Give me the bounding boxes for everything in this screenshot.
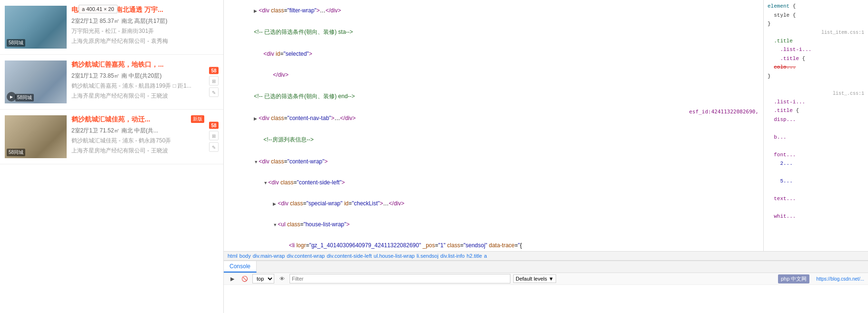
property-title[interactable]: 鹤沙航城汇善嘉苑，地铁口，... bbox=[71, 61, 219, 69]
html-line: <!--房源列表信息--> bbox=[224, 129, 763, 151]
property-item[interactable]: 58同城 新版 鹤沙航城汇城佳苑，动迁... 2室2厅1卫 71.52㎡ 南北 … bbox=[0, 110, 223, 164]
property-thumbnail: ▶ 58同城 bbox=[5, 61, 67, 103]
html-line: <!-- 已选的筛选条件(朝向、装修) sta--> bbox=[224, 21, 763, 43]
console-toolbar: ▶ 🚫 top 👁 Default levels ▼ php 中文网 https… bbox=[224, 273, 868, 285]
property-info: 新版 鹤沙航城汇城佳苑，动迁... 2室2厅1卫 71.52㎡ 南北 中层(共.… bbox=[71, 115, 219, 158]
devtools-main: ▶<div class="filter-wrap">…</div> <!-- 已… bbox=[224, 0, 868, 251]
breadcrumb-item[interactable]: a bbox=[484, 253, 487, 259]
58-badge: 58 bbox=[209, 122, 218, 129]
devtools-panel: ▶<div class="filter-wrap">…</div> <!-- 已… bbox=[224, 0, 868, 313]
console-tab[interactable]: Console bbox=[224, 261, 257, 273]
console-context-select[interactable]: top bbox=[252, 274, 274, 283]
action-icon[interactable]: ⊞ bbox=[209, 76, 219, 86]
property-address: 万宇阳光苑 - 松江 - 新南街301弄 bbox=[71, 27, 219, 35]
bottom-url: https://blog.csdn.net/... bbox=[816, 276, 864, 282]
html-line: <!-- 已选的筛选条件(朝向、装修) end--> bbox=[224, 85, 763, 108]
play-button[interactable]: ▶ bbox=[7, 92, 16, 101]
breadcrumb-item[interactable]: div.main-wrap bbox=[253, 253, 285, 259]
style-line: font... bbox=[764, 151, 868, 160]
style-line bbox=[764, 168, 868, 177]
style-line: colo... bbox=[764, 63, 868, 72]
style-line: } bbox=[764, 72, 868, 81]
php-badge: php 中文网 bbox=[778, 274, 809, 283]
style-line: element { bbox=[764, 2, 868, 11]
property-address: 鹤沙航城汇城佳苑 - 浦东 - 鹤永路750弄 bbox=[71, 137, 219, 145]
style-line: disp... bbox=[764, 115, 868, 124]
console-filter-input[interactable] bbox=[289, 274, 510, 283]
html-line[interactable]: ▼<ul class="house-list-wrap"> bbox=[224, 214, 763, 235]
style-line: .list-i... bbox=[764, 45, 868, 54]
console-area: Console ▶ 🚫 top 👁 Default levels ▼ php 中… bbox=[224, 261, 868, 313]
breadcrumb-item[interactable]: body bbox=[239, 253, 251, 259]
style-line: 5... bbox=[764, 177, 868, 186]
html-line[interactable]: <li logr="gz_1_40140309640979_4241132208… bbox=[224, 235, 763, 251]
property-details: 2室2厅1卫 85.37㎡ 南北 高层(共17层) bbox=[71, 17, 219, 25]
html-line[interactable]: ▶<div class="content-nav-tab">…</div> bbox=[224, 108, 763, 129]
breadcrumb-item[interactable]: div.content-side-left bbox=[327, 253, 372, 259]
thumb-badge: 58同城 bbox=[7, 39, 25, 47]
breadcrumb-item[interactable]: html bbox=[228, 253, 238, 259]
style-line: } bbox=[764, 20, 868, 29]
property-agent: 上海齐星房地产经纪有限公司 - 王晓波 bbox=[71, 92, 219, 100]
breadcrumb-item[interactable]: div.content-wrap bbox=[287, 253, 325, 259]
style-line bbox=[764, 203, 868, 212]
style-line bbox=[764, 124, 868, 133]
style-line: list_item.css:1 bbox=[764, 29, 868, 37]
item-actions: 58 ⊞ ✎ bbox=[209, 122, 219, 152]
console-tabs: Console bbox=[224, 261, 868, 273]
thumb-badge: 58同城 bbox=[7, 149, 25, 156]
property-agent: 上海齐星房地产经纪有限公司 - 王晓波 bbox=[71, 147, 219, 155]
property-details: 2室2厅1卫 71.52㎡ 南北 中层(共... bbox=[71, 127, 219, 135]
style-line bbox=[764, 141, 868, 151]
style-line: .title { bbox=[764, 106, 868, 115]
thumb-badge: 58同城 bbox=[15, 94, 34, 101]
console-run-button[interactable]: ▶ bbox=[228, 274, 237, 283]
property-details: 2室1厅1卫 73.85㎡ 南 中层(共20层) bbox=[71, 72, 219, 80]
size-tooltip: a 400.41 × 20 bbox=[79, 5, 118, 13]
style-line: list_.css:1 bbox=[764, 90, 868, 98]
58-badge: 58 bbox=[209, 67, 218, 74]
style-line: b... bbox=[764, 133, 868, 142]
html-line[interactable]: ▶<div class="special-wrap" id="checkList… bbox=[224, 193, 763, 214]
property-info: 鹤沙航城汇善嘉苑，地铁口，... 2室1厅1卫 73.85㎡ 南 中层(共20层… bbox=[71, 61, 219, 103]
style-line: 2... bbox=[764, 159, 868, 168]
breadcrumb-item[interactable]: li.sendsoj bbox=[417, 253, 439, 259]
property-thumbnail: 58同城 bbox=[5, 115, 67, 158]
style-line bbox=[764, 186, 868, 195]
console-levels[interactable]: Default levels ▼ bbox=[513, 274, 556, 283]
html-line[interactable]: ▶<div class="filter-wrap">…</div> bbox=[224, 0, 763, 21]
style-line: style { bbox=[764, 11, 868, 20]
new-badge: 新版 bbox=[191, 115, 204, 123]
action-icon[interactable]: ✎ bbox=[209, 88, 219, 97]
breadcrumb-item[interactable]: ul.house-list-wrap bbox=[374, 253, 415, 259]
property-address: 鹤沙航城汇善嘉苑 - 浦东 - 航昌路199弄 □ 距1... bbox=[71, 82, 219, 90]
left-panel: a 400.41 × 20 58同城 电梯房 2室2厅 南北通透 万宇... 2… bbox=[0, 0, 224, 313]
console-eye-button[interactable]: 👁 bbox=[277, 274, 287, 283]
property-agent: 上海先原房地产经纪有限公司 - 袁秀梅 bbox=[71, 37, 219, 45]
breadcrumb-item[interactable]: h2.title bbox=[467, 253, 482, 259]
property-item[interactable]: ▶ 58同城 鹤沙航城汇善嘉苑，地铁口，... 2室1厅1卫 73.85㎡ 南 … bbox=[0, 55, 223, 110]
breadcrumb-item[interactable]: div.list-info bbox=[440, 253, 465, 259]
html-line[interactable]: <div id="selected"> bbox=[224, 43, 763, 64]
styles-panel: element { style { } list_item.css:1 .tit… bbox=[763, 0, 868, 251]
property-thumbnail: 58同城 bbox=[5, 6, 67, 49]
console-clear-button[interactable]: 🚫 bbox=[240, 274, 249, 283]
html-line: </div> bbox=[224, 64, 763, 85]
style-line: .title bbox=[764, 37, 868, 46]
breadcrumb-bar: html body div.main-wrap div.content-wrap… bbox=[224, 251, 868, 261]
item-actions: 58 ⊞ ✎ bbox=[209, 67, 219, 97]
html-content[interactable]: ▶<div class="filter-wrap">…</div> <!-- 已… bbox=[224, 0, 763, 251]
html-line[interactable]: ▼<div class="content-wrap"> bbox=[224, 151, 763, 172]
action-icon[interactable]: ✎ bbox=[209, 142, 219, 152]
style-line: whit... bbox=[764, 212, 868, 221]
main-container: a 400.41 × 20 58同城 电梯房 2室2厅 南北通透 万宇... 2… bbox=[0, 0, 868, 313]
action-icon[interactable]: ⊞ bbox=[209, 131, 219, 141]
style-line: text... bbox=[764, 194, 868, 203]
style-line: .list-i... bbox=[764, 98, 868, 107]
html-line[interactable]: ▼<div class="content-side-left"> bbox=[224, 172, 763, 193]
style-line: .title { bbox=[764, 54, 868, 63]
style-line bbox=[764, 81, 868, 90]
